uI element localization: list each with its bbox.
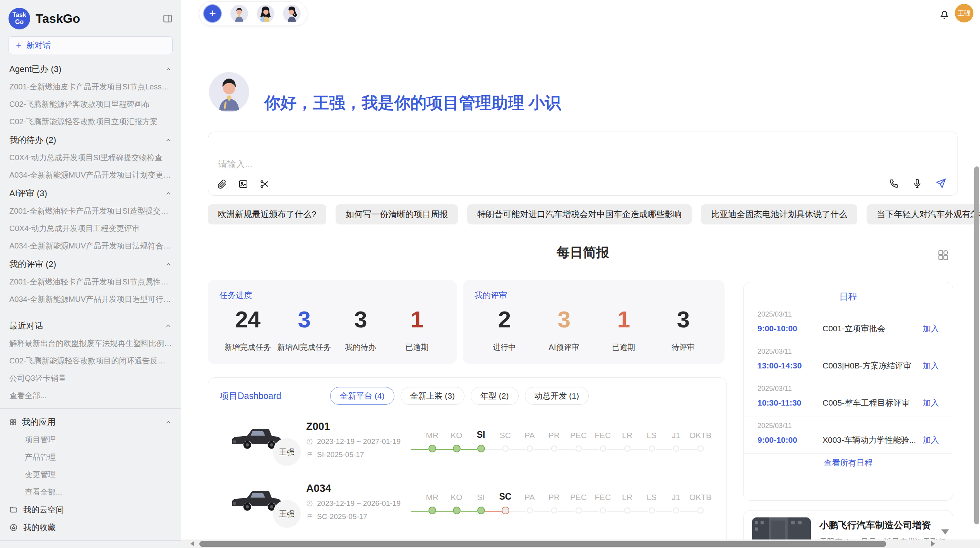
sidebar-item[interactable]: Z001-全新燃油轻卡产品开发项目SI节点属性5D文件评审 [0,273,181,291]
milestone-connector [583,511,599,512]
milestone-connector [656,511,672,512]
stat-value: 24 [219,306,276,333]
tab-powertrain[interactable]: 动总开发 (1) [525,387,589,405]
event-date: 2025/03/11 [757,310,939,319]
join-event-link[interactable]: 加入 [923,397,939,408]
agent-avatar-3[interactable] [283,5,301,22]
milestone-node [502,445,509,452]
agent-avatar-2[interactable] [257,5,274,22]
milestone-connector [558,511,575,512]
suggestion-chip[interactable]: 比亚迪全固态电池计划具体说了什么 [701,204,857,224]
chevron-up-icon [165,137,172,144]
send-icon[interactable] [935,178,947,189]
sidebar-group-my-review[interactable]: 我的评审 (2) [0,255,181,273]
view-all-apps-link[interactable]: 查看全部... [0,483,181,501]
tab-model-year[interactable]: 年型 (2) [471,387,519,405]
scroll-right-arrow[interactable] [931,541,935,546]
suggestion-chip[interactable]: 如何写一份清晰的项目周报 [336,204,458,224]
user-avatar[interactable]: 王强 [955,4,973,22]
tab-new-body[interactable]: 全新上装 (3) [401,387,465,405]
sidebar-group-ai-review[interactable]: AI评审 (3) [0,184,181,202]
sidebar-item-ai-super-staff[interactable]: AI超级员工 [0,545,181,548]
project-row[interactable]: 王强 A034 2023-12-19 ~ 2026-01-19 SC-2025-… [208,471,726,533]
scroll-left-arrow[interactable] [190,541,194,546]
recent-chat-item[interactable]: 解释最新出台的欧盟报废车法规再生塑料比例被调至15%... [0,335,181,352]
scroll-down-arrow[interactable] [941,529,949,534]
stat-value: 3 [534,306,594,333]
join-event-link[interactable]: 加入 [923,360,939,371]
add-agent-button[interactable]: + [203,4,222,23]
app-item-product-management[interactable]: 产品管理 [0,449,181,466]
sidebar-item[interactable]: A034-全新新能源MUV产品开发项目计划变更表编写 [0,166,181,184]
taskgo-app: Task Go TaskGo + 新对话 Agent已办 (3) Z001-全新… [0,0,980,548]
assistant-avatar [209,72,249,112]
event-time: 9:00-10:00 [757,435,822,445]
event-date: 2025/03/11 [757,385,939,393]
image-icon[interactable] [238,179,248,189]
schedule-event: 2025/03/11 9:00-10:00 X003-车辆动力学性能验... 加… [744,416,953,454]
sidebar-group-recent-chats[interactable]: 最近对话 [0,316,181,335]
agent-avatar-1[interactable] [230,5,248,22]
sidebar-group-agent-done[interactable]: Agent已办 (3) [0,60,181,78]
microphone-icon[interactable] [912,178,923,189]
join-event-link[interactable]: 加入 [923,435,939,445]
sidebar-item[interactable]: A034-全新新能源MUV产品开发项目法规符合性评审 [0,237,181,255]
view-all-chats-link[interactable]: 查看全部... [0,387,181,404]
vertical-scrollbar-thumb[interactable] [974,166,979,524]
clock-icon [306,438,313,445]
sidebar-item[interactable]: C02-飞腾新能源轻客改款项目立项汇报方案 [0,113,181,130]
scissors-icon[interactable] [259,179,270,189]
sidebar-item[interactable]: Z001-全新燃油皮卡产品开发项目SI节点Lesson Learn报告 [0,78,181,96]
apps-grid-icon [9,418,17,426]
milestone-label: LS [647,489,657,502]
horizontal-scrollbar-track[interactable] [181,539,980,548]
stat-label: 已逾期 [594,342,653,353]
milestone-node [649,445,655,452]
recent-chat-item[interactable]: 公司Q3轻卡销量 [0,370,181,387]
milestone-label: FEC [595,489,611,502]
view-all-schedule-link[interactable]: 查看所有日程 [744,454,953,472]
suggestion-chip[interactable]: 特朗普可能对进口汽车增税会对中国车企造成哪些影响 [467,204,692,224]
stat-label: 进行中 [475,342,534,353]
sidebar-item[interactable]: Z001-全新燃油轻卡产品开发项目SI造型提交物评审 [0,202,181,220]
phone-icon[interactable] [889,178,899,189]
project-dashboard-card: 项目Dashboard 全新平台 (4) 全新上装 (3) 年型 (2) 动总开… [208,377,727,548]
layout-grid-icon[interactable] [937,248,950,262]
suggestion-chip[interactable]: 欧洲新规最近颁布了什么? [208,204,326,224]
sidebar-group-my-todo[interactable]: 我的待办 (2) [0,130,181,149]
sidebar-item[interactable]: C0X4-动力总成开发项目工程变更评审 [0,220,181,237]
event-date: 2025/03/11 [757,348,939,356]
project-row[interactable]: 王强 Z001 2023-12-19 ~ 2027-01-19 SI-2025-… [208,409,726,471]
new-chat-label: 新对话 [26,40,51,51]
milestone-label: OKTB [689,427,711,440]
app-item-project-management[interactable]: 项目管理 [0,431,181,449]
sidebar-item-favorites[interactable]: 我的收藏 [0,519,181,536]
event-name: X003-车辆动力学性能验... [822,435,917,445]
task-progress-card: 任务进度 24 新增完成任务 3 新增AI完成任务 3 我的待办 1 已逾期 [208,280,457,364]
sidebar-item-cloud-space[interactable]: 我的云空间 [0,501,181,519]
horizontal-scrollbar-thumb[interactable] [199,541,886,547]
milestone-label: LS [647,427,657,440]
milestone-label: SI [477,489,485,502]
milestone-node [600,445,606,452]
sidebar-item[interactable]: A034-全新新能源MUV产品开发项目造型可行性评审 [0,291,181,308]
sidebar-item[interactable]: C0X4-动力总成开发项目SI里程碑提交物检查 [0,149,181,166]
recent-chat-item[interactable]: C02-飞腾新能源轻客改款项目的闭环通告反馈情况 [0,352,181,370]
event-name: C001-立项审批会 [822,323,917,334]
milestone-connector [411,449,428,450]
paperclip-icon[interactable] [217,179,227,189]
join-event-link[interactable]: 加入 [923,323,939,334]
logo-text-bottom: Go [15,19,24,26]
suggestion-chip[interactable]: 当下年轻人对汽车外观有怎样的喜好趋势 [867,204,980,224]
sidebar-item[interactable]: C02-飞腾新能源轻客改款项目里程碑画布 [0,96,181,113]
milestone-connector [656,449,672,450]
sidebar-group-my-apps[interactable]: 我的应用 [0,413,181,431]
new-chat-button[interactable]: + 新对话 [9,36,173,54]
app-item-change-management[interactable]: 变更管理 [0,466,181,483]
tab-new-platform[interactable]: 全新平台 (4) [330,387,394,405]
stat-value: 3 [653,306,713,333]
chat-input-box[interactable]: 请输入... [208,132,958,196]
collapse-sidebar-icon[interactable] [163,14,173,24]
notifications-bell-icon[interactable] [939,9,950,20]
sidebar: Task Go TaskGo + 新对话 Agent已办 (3) Z001-全新… [0,0,181,548]
